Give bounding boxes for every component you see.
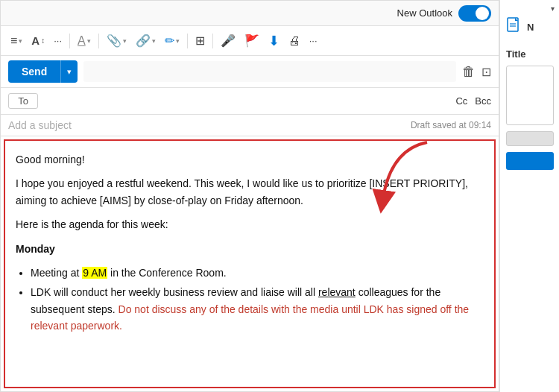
paragraph1: I hope you enjoyed a restful weekend. Th… [16, 175, 484, 209]
time-highlight: 9 AM [82, 267, 107, 279]
attach-icon: 📎 [107, 34, 121, 48]
chevron-icon: ▾ [19, 37, 22, 45]
sidebar-collapse-chevron[interactable]: ▾ [500, 3, 559, 13]
download-icon: ⬇ [268, 33, 280, 49]
list-icon: ≡ [10, 34, 17, 48]
send-button[interactable]: Send [8, 60, 60, 83]
to-label: To [8, 93, 38, 109]
to-row: To Cc Bcc [1, 88, 499, 115]
subject-placeholder[interactable]: Add a subject [8, 119, 411, 131]
highlight-button[interactable]: A ▾ [74, 32, 95, 50]
attach-chevron: ▾ [123, 37, 127, 45]
cc-bcc-group: Cc Bcc [455, 95, 491, 107]
sidebar-top-icons: N [500, 13, 559, 41]
recipient-field-blurred[interactable] [83, 61, 456, 82]
subject-row: Add a subject Draft saved at 09:14 [1, 115, 499, 136]
sidebar-title-label: Title [506, 48, 526, 60]
greeting-text: Good morning! [16, 151, 484, 168]
font-size-icon: A [31, 34, 40, 47]
attach-button[interactable]: 📎 ▾ [103, 31, 130, 50]
separator2 [98, 34, 99, 48]
list-button[interactable]: ≡ ▾ [7, 32, 26, 50]
highlight-chevron: ▾ [87, 37, 91, 45]
more-format-button[interactable]: ··· [50, 33, 66, 48]
bullet-item-1: Meeting at 9 AM in the Conference Room. [31, 265, 484, 281]
toggle-knob [476, 7, 489, 20]
font-size-button[interactable]: A ↕ [28, 32, 48, 49]
link-chevron: ▾ [152, 37, 156, 45]
paragraph2: Here is the agenda for this week: [16, 216, 484, 233]
bullet-item-2: LDK will conduct her weekly business rev… [31, 284, 484, 334]
table-icon: ⊞ [195, 34, 205, 48]
draw-button[interactable]: ✏ ▾ [161, 31, 183, 50]
body-text: Good morning! I hope you enjoyed a restf… [16, 151, 484, 335]
email-body[interactable]: Good morning! I hope you enjoyed a restf… [4, 139, 496, 388]
link-button[interactable]: 🔗 ▾ [132, 31, 160, 50]
flag-icon: 🚩 [244, 34, 259, 48]
new-outlook-toggle[interactable] [458, 5, 491, 22]
link-icon: 🔗 [136, 34, 151, 48]
separator3 [187, 34, 188, 48]
top-bar: New Outlook [1, 1, 499, 26]
ellipsis-icon: ··· [309, 35, 318, 46]
send-row-actions: 🗑 ⊡ [462, 64, 491, 80]
sidebar-n-label: N [527, 22, 534, 33]
send-dropdown-button[interactable]: ▾ [60, 60, 78, 83]
draft-saved-text: Draft saved at 09:14 [411, 120, 491, 130]
red-warning-text: Do not discuss any of the details with t… [119, 303, 339, 315]
download-button[interactable]: ⬇ [265, 31, 283, 51]
draw-chevron: ▾ [176, 37, 180, 45]
ellipsis-button[interactable]: ··· [306, 33, 321, 48]
bullet-list: Meeting at 9 AM in the Conference Room. … [31, 265, 484, 335]
bcc-button[interactable]: Bcc [475, 95, 491, 107]
toolbar: ≡ ▾ A ↕ ··· A ▾ 📎 ▾ 🔗 ▾ ✏ ▾ ⊞ [1, 26, 499, 56]
mic-icon: 🎤 [221, 34, 236, 48]
new-outlook-label: New Outlook [397, 7, 452, 19]
print-icon: 🖨 [288, 34, 300, 48]
sidebar-card [506, 66, 554, 125]
more-format-icon: ··· [54, 35, 62, 46]
flag-button[interactable]: 🚩 [241, 31, 263, 50]
relevant-underline: relevant [318, 286, 356, 298]
sidebar-card-small [506, 131, 554, 146]
separator1 [69, 34, 70, 48]
mic-button[interactable]: 🎤 [217, 31, 239, 50]
send-button-group: Send ▾ [8, 60, 78, 83]
table-button[interactable]: ⊞ [192, 31, 209, 50]
sidebar-doc-icon [506, 17, 522, 37]
cc-button[interactable]: Cc [455, 95, 467, 107]
separator4 [212, 34, 213, 48]
sidebar-blue-button[interactable] [506, 152, 554, 170]
monday-label: Monday [16, 241, 484, 257]
draw-icon: ✏ [165, 34, 174, 48]
pop-out-icon[interactable]: ⊡ [481, 65, 491, 79]
right-sidebar: ▾ N Title [499, 0, 559, 392]
print-button[interactable]: 🖨 [285, 32, 304, 50]
font-size-sub-icon: ↕ [41, 37, 45, 45]
highlight-icon: A [78, 34, 86, 48]
delete-icon[interactable]: 🗑 [462, 64, 476, 80]
send-row: Send ▾ 🗑 ⊡ [1, 56, 499, 88]
